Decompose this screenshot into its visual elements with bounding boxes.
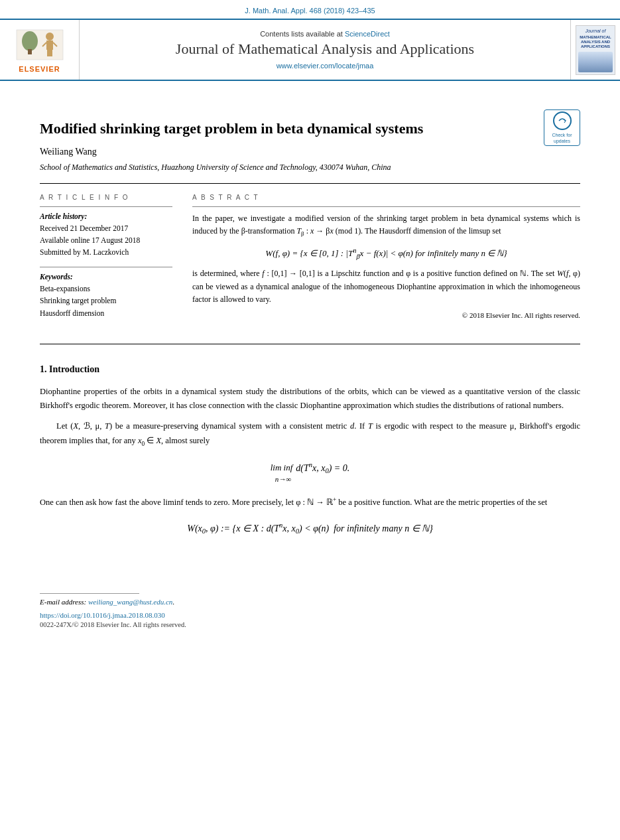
article-title: Modified shrinking target problem in bet… xyxy=(40,119,580,139)
divider-after-affiliation xyxy=(40,183,580,184)
abstract-header: A B S T R A C T xyxy=(192,194,580,201)
issn-line: 0022-247X/© 2018 Elsevier Inc. All right… xyxy=(40,621,580,628)
svg-rect-8 xyxy=(50,50,52,56)
email-label: E-mail address: xyxy=(40,598,86,606)
elsevier-tree-icon xyxy=(13,27,66,63)
svg-rect-2 xyxy=(28,49,32,54)
article-info-header: A R T I C L E I N F O xyxy=(40,194,172,201)
header-banner: ELSEVIER Contents lists available at Sci… xyxy=(0,19,620,81)
check-updates-line2: updates xyxy=(554,138,570,144)
check-updates-line1: Check for xyxy=(552,132,572,138)
submitted-line: Submitted by M. Laczkovich xyxy=(40,246,172,258)
keywords-section: Keywords: Beta-expansions Shrinking targ… xyxy=(40,273,172,319)
introduction-heading: 1. Introduction xyxy=(40,364,580,375)
email-address-line: E-mail address: weiliang_wang@hust.edu.c… xyxy=(40,598,580,606)
intro-paragraph-1: Diophantine properties of the orbits in … xyxy=(40,385,580,413)
abstract-text-1: In the paper, we investigate a modified … xyxy=(192,214,580,236)
svg-point-1 xyxy=(22,31,38,51)
info-divider-mid xyxy=(40,267,172,267)
set-formula: W(x0, φ) := {x ∈ X : d(Tnx, x0) < φ(n) f… xyxy=(40,522,580,535)
footer-divider xyxy=(40,593,139,594)
contents-label-text: Contents lists available at xyxy=(260,30,343,38)
sciencedirect-link[interactable]: ScienceDirect xyxy=(345,30,390,38)
journal-ref-text: J. Math. Anal. Appl. 468 (2018) 423–435 xyxy=(245,7,375,15)
page: J. Math. Anal. Appl. 468 (2018) 423–435 … xyxy=(0,0,620,840)
copyright-notice: © 2018 Elsevier Inc. All rights reserved… xyxy=(192,311,580,319)
info-divider-top xyxy=(40,206,172,207)
main-content: Check for updates Modified shrinking tar… xyxy=(0,81,620,567)
author-name: Weiliang Wang xyxy=(40,147,580,157)
abstract-column: A B S T R A C T In the paper, we investi… xyxy=(192,194,580,327)
divider-after-abstract xyxy=(40,344,580,344)
article-info-column: A R T I C L E I N F O Article history: R… xyxy=(40,194,172,327)
email-link[interactable]: weiliang_wang@hust.edu.cn xyxy=(88,598,172,606)
contents-line: Contents lists available at ScienceDirec… xyxy=(260,30,390,38)
journal-title: Journal of Mathematical Analysis and App… xyxy=(176,40,474,58)
svg-point-3 xyxy=(46,33,54,40)
svg-rect-4 xyxy=(46,40,53,50)
doi-link[interactable]: https://doi.org/10.1016/j.jmaa.2018.08.0… xyxy=(40,611,165,619)
keyword-3: Hausdorff dimension xyxy=(40,307,172,319)
elsevier-wordmark: ELSEVIER xyxy=(19,65,60,73)
info-abstract-columns: A R T I C L E I N F O Article history: R… xyxy=(40,194,580,327)
keywords-label: Keywords: xyxy=(40,273,172,281)
affiliation: School of Mathematics and Statistics, Hu… xyxy=(40,161,580,173)
received-line: Received 21 December 2017 xyxy=(40,222,172,234)
elsevier-logo-area: ELSEVIER xyxy=(0,20,80,80)
abstract-divider xyxy=(192,206,580,207)
svg-rect-7 xyxy=(47,50,50,56)
history-label: Article history: xyxy=(40,212,172,220)
keyword-1: Beta-expansions xyxy=(40,283,172,295)
article-history: Article history: Received 21 December 20… xyxy=(40,212,172,259)
available-line: Available online 17 August 2018 xyxy=(40,234,172,246)
journal-reference: J. Math. Anal. Appl. 468 (2018) 423–435 xyxy=(0,0,620,19)
keyword-2: Shrinking target problem xyxy=(40,295,172,307)
journal-url[interactable]: www.elsevier.com/locate/jmaa xyxy=(277,62,374,70)
introduction-title-text: 1. Introduction xyxy=(40,364,99,374)
abstract-formula-W: W(f, φ) = {x ∈ [0, 1] : |Tnβx − f(x)| < … xyxy=(192,247,580,260)
liminf-formula: lim inf d(Tnx, x0) = 0. n→∞ xyxy=(40,461,580,482)
journal-header-center: Contents lists available at ScienceDirec… xyxy=(80,20,570,80)
check-for-updates-badge: Check for updates xyxy=(544,109,580,146)
journal-cover-image: Journal of MATHEMATICALANALYSIS ANDAPPLI… xyxy=(576,25,615,75)
page-footer: E-mail address: weiliang_wang@hust.edu.c… xyxy=(0,593,620,635)
abstract-body: In the paper, we investigate a modified … xyxy=(192,212,580,239)
intro-paragraph-2: Let (X, ℬ, μ, T) be a measure-preserving… xyxy=(40,419,580,449)
intro-paragraph-3: One can then ask how fast the above limi… xyxy=(40,495,580,510)
check-icon xyxy=(558,116,567,125)
journal-cover-area: Journal of MATHEMATICALANALYSIS ANDAPPLI… xyxy=(570,20,620,80)
abstract-text-2: is determined, where f : [0,1] → [0,1] i… xyxy=(192,267,580,306)
doi-line[interactable]: https://doi.org/10.1016/j.jmaa.2018.08.0… xyxy=(40,611,580,619)
